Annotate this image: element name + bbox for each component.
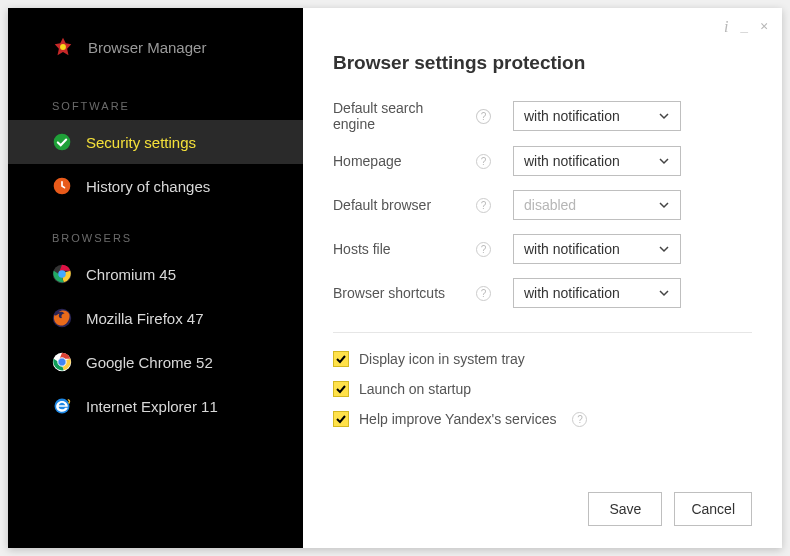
checkbox-label: Launch on startup [359,381,471,397]
setting-label: Hosts file ? [333,241,513,257]
help-icon[interactable]: ? [476,242,491,257]
chrome-icon [52,352,72,372]
check-circle-icon [52,132,72,152]
cancel-button[interactable]: Cancel [674,492,752,526]
chevron-down-icon [658,287,670,299]
help-icon[interactable]: ? [572,412,587,427]
checkbox-label: Help improve Yandex's services [359,411,556,427]
nav-security-settings[interactable]: Security settings [8,120,303,164]
row-browser-shortcuts: Browser shortcuts ? with notification [333,278,752,308]
setting-label: Default browser ? [333,197,513,213]
chevron-down-icon [658,110,670,122]
app-title: Browser Manager [88,39,206,56]
row-default-browser: Default browser ? disabled [333,190,752,220]
divider [333,332,752,333]
row-homepage: Homepage ? with notification [333,146,752,176]
select-default-search[interactable]: with notification [513,101,681,131]
check-icon [335,413,347,425]
browser-ie[interactable]: Internet Explorer 11 [8,384,303,428]
checkbox-row-improve: Help improve Yandex's services ? [333,411,752,427]
nav-history-changes[interactable]: History of changes [8,164,303,208]
checkbox-tray[interactable] [333,351,349,367]
svg-point-5 [58,270,66,278]
firefox-icon [52,308,72,328]
nav-label: Security settings [86,134,196,151]
select-default-browser[interactable]: disabled [513,190,681,220]
svg-point-2 [54,134,71,151]
chevron-down-icon [658,155,670,167]
checkbox-label: Display icon in system tray [359,351,525,367]
close-button[interactable]: ✕ [760,18,768,36]
select-homepage[interactable]: with notification [513,146,681,176]
chevron-down-icon [658,243,670,255]
checkbox-improve[interactable] [333,411,349,427]
browser-label: Internet Explorer 11 [86,398,218,415]
select-hosts-file[interactable]: with notification [513,234,681,264]
main-panel: i _ ✕ Browser settings protection Defaul… [303,8,782,548]
chromium-icon [52,264,72,284]
row-default-search: Default search engine ? with notificatio… [333,100,752,132]
page-title: Browser settings protection [333,52,752,74]
setting-label: Default search engine ? [333,100,513,132]
nav-label: History of changes [86,178,210,195]
help-icon[interactable]: ? [476,198,491,213]
chevron-down-icon [658,199,670,211]
ie-icon [52,396,72,416]
svg-point-1 [60,44,66,50]
check-icon [335,383,347,395]
browser-chromium[interactable]: Chromium 45 [8,252,303,296]
help-icon[interactable]: ? [476,286,491,301]
section-label-software: SOFTWARE [8,86,303,120]
window-controls: i _ ✕ [724,18,768,36]
button-row: Save Cancel [333,492,752,526]
save-button[interactable]: Save [588,492,662,526]
browser-label: Chromium 45 [86,266,176,283]
check-icon [335,353,347,365]
section-label-browsers: BROWSERS [8,218,303,252]
browser-label: Google Chrome 52 [86,354,213,371]
logo-icon [52,36,74,58]
browser-chrome[interactable]: Google Chrome 52 [8,340,303,384]
setting-label: Browser shortcuts ? [333,285,513,301]
clock-icon [52,176,72,196]
minimize-button[interactable]: _ [740,18,748,36]
app-window: Browser Manager SOFTWARE Security settin… [8,8,782,548]
sidebar: Browser Manager SOFTWARE Security settin… [8,8,303,548]
checkbox-startup[interactable] [333,381,349,397]
info-button[interactable]: i [724,18,728,36]
browser-firefox[interactable]: Mozilla Firefox 47 [8,296,303,340]
help-icon[interactable]: ? [476,154,491,169]
select-browser-shortcuts[interactable]: with notification [513,278,681,308]
setting-label: Homepage ? [333,153,513,169]
sidebar-header: Browser Manager [8,8,303,86]
checkbox-row-startup: Launch on startup [333,381,752,397]
checkbox-row-tray: Display icon in system tray [333,351,752,367]
row-hosts-file: Hosts file ? with notification [333,234,752,264]
browser-label: Mozilla Firefox 47 [86,310,204,327]
help-icon[interactable]: ? [476,109,491,124]
